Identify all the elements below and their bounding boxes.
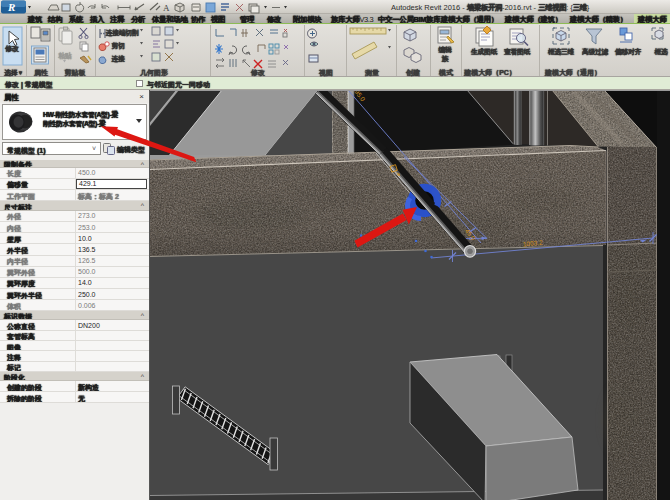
svg-text:R: R: [7, 1, 15, 13]
svg-text:A: A: [163, 3, 170, 13]
